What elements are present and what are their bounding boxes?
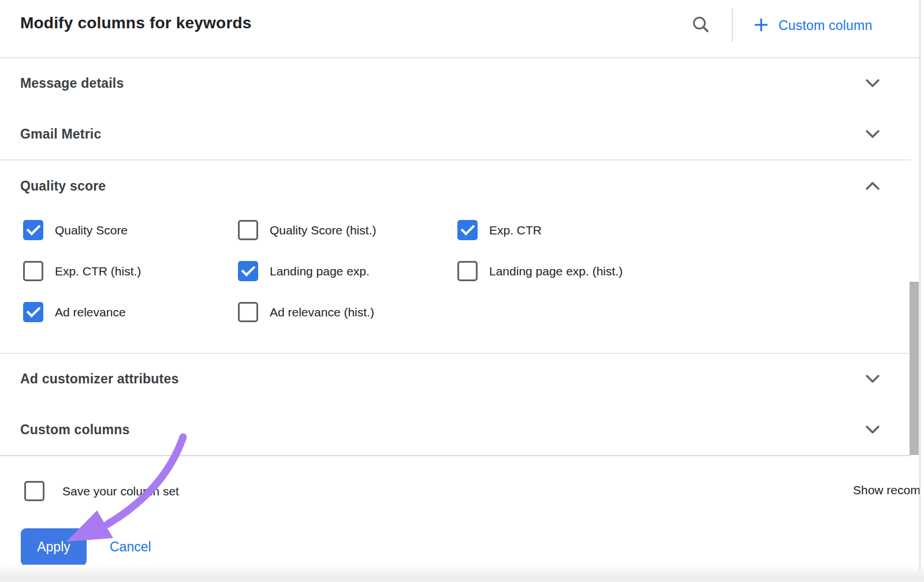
checkbox-unchecked[interactable] — [457, 261, 478, 281]
header-divider — [732, 9, 733, 42]
divider — [0, 455, 911, 456]
section-label: Message details — [20, 76, 124, 91]
checkbox-checked[interactable] — [457, 220, 478, 240]
quality-option[interactable]: Exp. CTR (hist.) — [23, 251, 238, 292]
checkbox-unchecked[interactable] — [238, 302, 258, 322]
section-label: Ad customizer attributes — [20, 371, 178, 387]
chevron-down-icon — [863, 420, 882, 439]
quality-option[interactable]: Landing page exp. (hist.) — [457, 251, 808, 292]
dialog-right-border — [919, 0, 921, 570]
quality-option-label: Quality Score (hist.) — [270, 223, 376, 237]
section-row-gmail-metric[interactable]: Gmail Metric — [0, 109, 920, 159]
scrollbar-thumb[interactable] — [910, 282, 919, 455]
section-label: Custom columns — [20, 422, 129, 438]
save-column-set-row: Save your column set — [24, 481, 179, 501]
chevron-up-icon — [863, 177, 882, 195]
chevron-down-icon — [863, 370, 882, 388]
chevron-down-icon — [863, 125, 882, 143]
plus-icon — [752, 16, 770, 35]
quality-option-label: Landing page exp. (hist.) — [489, 264, 623, 278]
section-label: Gmail Metric — [20, 126, 101, 142]
section-row-quality-score[interactable]: Quality score — [0, 160, 920, 212]
quality-option[interactable]: Quality Score (hist.) — [238, 210, 457, 251]
save-column-set-checkbox[interactable] — [24, 481, 44, 501]
save-column-set-label: Save your column set — [62, 484, 179, 498]
quality-option[interactable]: Exp. CTR — [457, 210, 808, 251]
modify-columns-dialog: Modify columns for keywords Custom colum… — [0, 0, 924, 582]
custom-column-button[interactable]: Custom column — [749, 14, 875, 37]
search-icon — [691, 14, 711, 37]
chevron-down-icon — [863, 74, 882, 92]
quality-option-label: Landing page exp. — [270, 264, 370, 278]
section-row-custom-columns[interactable]: Custom columns — [0, 404, 920, 455]
quality-option-label: Ad relevance (hist.) — [270, 305, 374, 319]
custom-column-label: Custom column — [778, 18, 872, 33]
cancel-button[interactable]: Cancel — [106, 539, 155, 555]
quality-option[interactable]: Landing page exp. — [238, 251, 457, 292]
checkbox-unchecked[interactable] — [238, 220, 258, 240]
quality-option[interactable]: Ad relevance — [23, 292, 238, 333]
quality-score-options: Quality ScoreQuality Score (hist.)Exp. C… — [23, 210, 808, 333]
checkbox-checked[interactable] — [238, 261, 258, 281]
quality-option-label: Quality Score — [55, 223, 128, 237]
section-row-message-details[interactable]: Message details — [0, 58, 920, 109]
section-row-ad-customizer-attributes[interactable]: Ad customizer attributes — [0, 353, 920, 404]
show-recommendations-label: Show recom — [853, 483, 921, 497]
quality-option-label: Exp. CTR — [489, 223, 542, 237]
section-label: Quality score — [20, 178, 106, 194]
dialog-title: Modify columns for keywords — [20, 14, 252, 32]
checkbox-checked[interactable] — [23, 302, 43, 322]
search-button[interactable] — [690, 14, 713, 37]
page-background-strip — [0, 565, 924, 582]
quality-option-label: Exp. CTR (hist.) — [55, 264, 141, 278]
apply-button[interactable]: Apply — [21, 528, 87, 566]
checkbox-checked[interactable] — [23, 220, 43, 240]
checkbox-unchecked[interactable] — [23, 261, 43, 281]
quality-option-label: Ad relevance — [55, 305, 126, 319]
quality-option[interactable]: Ad relevance (hist.) — [238, 292, 457, 333]
quality-option[interactable]: Quality Score — [23, 210, 238, 251]
